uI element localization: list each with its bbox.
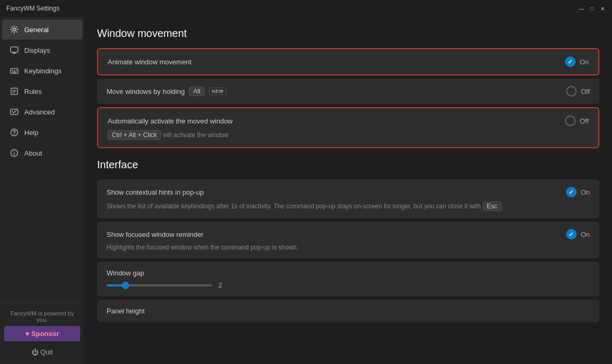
checkmark-icon-2: ✓ [569, 189, 573, 195]
checkmark-icon-3: ✓ [569, 232, 573, 237]
sidebar-label-general: General [24, 26, 49, 34]
svg-point-10 [14, 134, 15, 135]
content-area: Window movement Animate window movement … [84, 17, 612, 364]
sidebar-item-advanced[interactable]: Advanced [2, 102, 82, 122]
focused-reminder-card: Show focused window reminder ✓ On Highli… [97, 222, 599, 258]
animate-window-movement-label: Animate window movement [108, 58, 192, 66]
focused-reminder-toggle[interactable]: ✓ On [566, 229, 590, 240]
svg-rect-5 [16, 70, 17, 71]
panel-height-card: Panel height [97, 300, 599, 322]
window-gap-label: Window gap [107, 269, 590, 277]
window-gap-slider[interactable] [107, 284, 212, 286]
animate-window-movement-row: Animate window movement ✓ On [108, 56, 589, 67]
esc-key-chip: Esc [483, 202, 502, 211]
slider-thumb[interactable] [122, 282, 129, 289]
auto-activate-label: Automatically activate the moved window [108, 117, 233, 125]
auto-activate-card: Automatically activate the moved window … [97, 107, 599, 148]
new-badge: NEW [209, 88, 226, 95]
focused-reminder-sub: Highlights the focused window when the c… [107, 244, 590, 251]
help-icon [9, 128, 19, 137]
sidebar-label-about: About [24, 149, 42, 157]
settings-icon [9, 25, 19, 34]
interface-title: Interface [97, 159, 599, 171]
window-movement-title: Window movement [97, 27, 599, 40]
move-windows-holding-card: Move windows by holding Alt NEW Off [97, 79, 599, 104]
move-windows-holding-row: Move windows by holding Alt NEW Off [107, 86, 590, 97]
sidebar: General Displays [0, 17, 84, 364]
app-title: FancyWM Settings [6, 5, 60, 12]
sidebar-item-about[interactable]: About [2, 143, 82, 163]
sidebar-label-keybindings: Keybindings [24, 67, 62, 75]
close-button[interactable]: ✕ [599, 5, 606, 12]
minimize-button[interactable]: — [578, 5, 585, 12]
sponsor-button[interactable]: ♥ Sponsor [4, 326, 80, 341]
svg-rect-6 [13, 72, 16, 73]
animate-window-movement-card: Animate window movement ✓ On [97, 48, 599, 75]
contextual-hints-row: Show contextual hints in pop-up ✓ On [107, 187, 590, 197]
auto-activate-state: Off [580, 117, 589, 125]
auto-activate-row: Automatically activate the moved window … [108, 116, 589, 126]
move-windows-holding-state: Off [581, 88, 590, 95]
focused-reminder-label: Show focused window reminder [107, 231, 204, 238]
contextual-hints-state: On [581, 188, 590, 196]
animate-window-movement-toggle[interactable]: ✓ On [565, 56, 589, 67]
window-gap-value: 2 [218, 281, 222, 289]
alt-key-chip: Alt [189, 87, 205, 96]
toggle-circle-off [566, 86, 577, 97]
powered-text: FancyWM is powered by you. [4, 307, 80, 326]
rules-icon [9, 87, 19, 96]
sidebar-label-help: Help [24, 129, 39, 137]
window-gap-card: Window gap 2 [97, 262, 599, 296]
contextual-hints-label: Show contextual hints in pop-up [107, 188, 204, 196]
checkmark-icon: ✓ [568, 59, 572, 65]
contextual-hints-sub: Shows the list of available keybindings … [107, 202, 590, 211]
sidebar-item-help[interactable]: Help [2, 122, 82, 142]
sidebar-label-rules: Rules [24, 88, 42, 95]
animate-window-movement-state: On [580, 58, 589, 66]
advanced-icon [9, 107, 19, 117]
sidebar-nav: General Displays [0, 19, 84, 302]
maximize-button[interactable]: □ [589, 5, 595, 12]
toggle-circle-on-3: ✓ [566, 229, 577, 240]
ctrl-alt-click-chip: Ctrl + Alt + Click [108, 130, 161, 140]
toggle-circle-on: ✓ [565, 56, 576, 67]
sidebar-label-displays: Displays [24, 46, 50, 54]
auto-activate-sub: Ctrl + Alt + Click will activate the win… [108, 130, 589, 140]
sidebar-item-rules[interactable]: Rules [2, 81, 82, 101]
contextual-hints-card: Show contextual hints in pop-up ✓ On Sho… [97, 179, 599, 218]
sidebar-item-keybindings[interactable]: Keybindings [2, 61, 82, 81]
sidebar-item-displays[interactable]: Displays [2, 40, 82, 60]
title-bar-controls: — □ ✕ [578, 5, 606, 12]
panel-height-row: Panel height [107, 307, 590, 315]
move-windows-holding-toggle[interactable]: Off [566, 86, 590, 97]
panel-height-label: Panel height [107, 307, 145, 315]
sidebar-bottom: FancyWM is powered by you. ♥ Sponsor ⏻ Q… [0, 302, 84, 364]
sidebar-label-advanced: Advanced [24, 108, 55, 116]
title-bar: FancyWM Settings — □ ✕ [0, 0, 612, 17]
quit-button[interactable]: ⏻ Quit [4, 344, 80, 360]
display-icon [9, 45, 19, 55]
svg-rect-4 [14, 70, 15, 71]
window-gap-slider-row: 2 [107, 281, 590, 289]
about-icon [9, 148, 19, 158]
auto-activate-toggle[interactable]: Off [565, 116, 589, 126]
svg-point-0 [13, 28, 16, 31]
svg-rect-3 [12, 70, 13, 71]
svg-rect-1 [11, 47, 18, 52]
sidebar-item-general[interactable]: General [2, 20, 82, 40]
svg-point-12 [14, 151, 15, 152]
move-windows-holding-label: Move windows by holding Alt NEW [107, 87, 226, 96]
focused-reminder-row: Show focused window reminder ✓ On [107, 229, 590, 240]
toggle-circle-off-2 [565, 116, 576, 126]
contextual-hints-toggle[interactable]: ✓ On [566, 187, 590, 197]
keyboard-icon [9, 66, 19, 75]
focused-reminder-state: On [581, 231, 590, 238]
toggle-circle-on-2: ✓ [566, 187, 577, 197]
app-body: General Displays [0, 17, 612, 364]
